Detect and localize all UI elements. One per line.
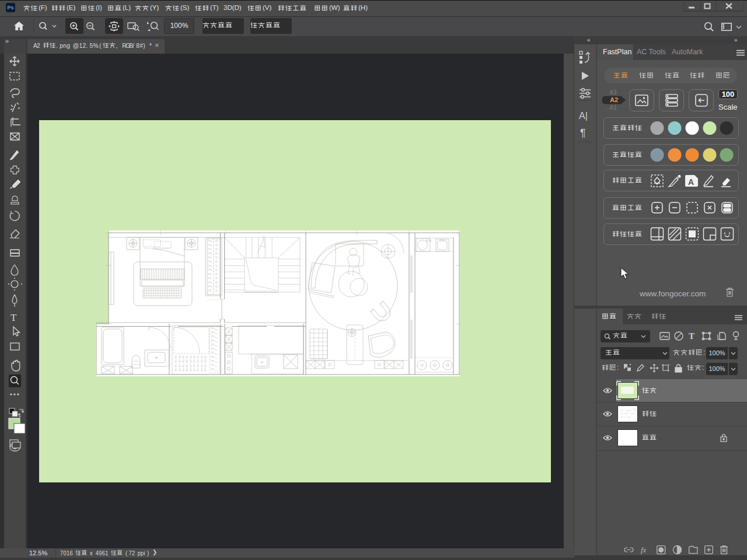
svg-text:(: (	[125, 550, 128, 556]
svg-text::: :	[703, 348, 705, 356]
svg-text:A: A	[688, 177, 694, 187]
svg-text:fx: fx	[641, 545, 647, 554]
svg-text::: :	[617, 363, 619, 372]
svg-text:,: ,	[116, 41, 118, 48]
svg-text:A|: A|	[579, 111, 588, 121]
svg-text:p: p	[60, 41, 63, 48]
svg-text:i: i	[144, 550, 145, 556]
svg-text:2: 2	[132, 550, 135, 556]
svg-text:2: 2	[83, 41, 86, 48]
svg-text:.: .	[56, 41, 58, 48]
svg-text:¶: ¶	[580, 127, 586, 139]
svg-text:1: 1	[79, 41, 82, 48]
svg-text:): )	[147, 550, 149, 556]
svg-text:8: 8	[136, 41, 139, 48]
svg-text:*: *	[149, 41, 152, 48]
svg-text:6: 6	[69, 550, 73, 556]
svg-text:x: x	[90, 550, 93, 556]
svg-text:@: @	[73, 41, 79, 48]
svg-text:T: T	[11, 312, 17, 323]
svg-text:.: .	[86, 41, 88, 48]
svg-text:): )	[143, 41, 145, 48]
svg-text:T: T	[689, 331, 694, 341]
svg-text:5: 5	[89, 41, 93, 48]
svg-text:1: 1	[105, 550, 109, 556]
svg-text:2: 2	[37, 41, 40, 48]
svg-text:/: /	[132, 41, 134, 48]
svg-text::: :	[702, 363, 704, 372]
svg-text:g: g	[67, 41, 70, 48]
svg-text:(: (	[99, 41, 102, 48]
svg-text:%: %	[93, 41, 99, 48]
svg-text:n: n	[63, 41, 67, 48]
